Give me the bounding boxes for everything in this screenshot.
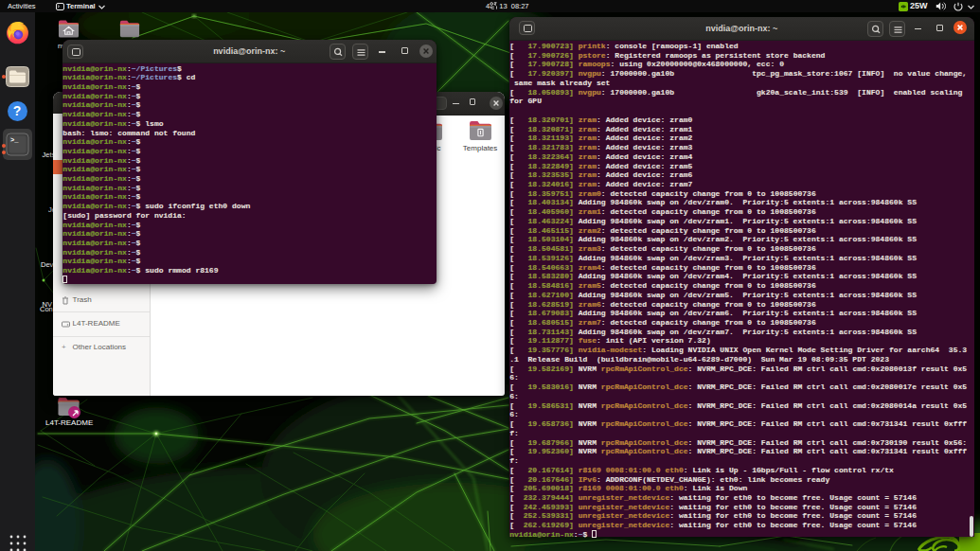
svg-text:>_: >_ xyxy=(10,136,19,144)
